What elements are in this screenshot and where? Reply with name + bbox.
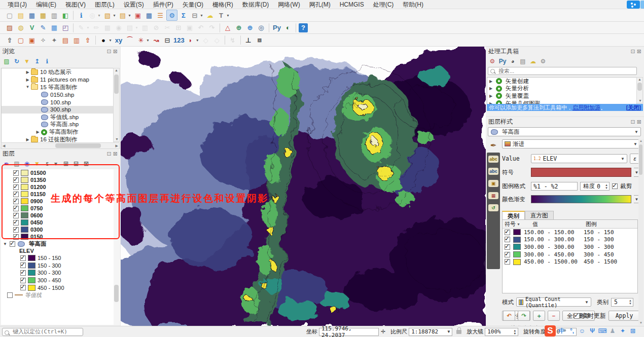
identify-features-button[interactable]: ℹ	[76, 10, 86, 20]
layer-visibility-checkbox[interactable]	[13, 184, 19, 190]
dropdown-arrow[interactable]: ▾	[134, 23, 139, 33]
layer-visibility-checkbox[interactable]	[13, 206, 19, 211]
deselect-button[interactable]: ▣	[133, 10, 143, 20]
collapse-all-button[interactable]: ⊟	[71, 159, 81, 168]
options-button[interactable]: ⚙	[539, 57, 548, 66]
expand-arrow-icon[interactable]: ▶	[25, 70, 30, 74]
python-console-button[interactable]: Py	[272, 23, 282, 33]
tab-histogram[interactable]: 直方图	[525, 211, 554, 220]
print-layout-button[interactable]: ▥	[49, 10, 59, 20]
style-manager-button[interactable]: ◧	[60, 10, 70, 20]
class-swatch[interactable]	[513, 237, 521, 243]
check-geometries-button[interactable]: △	[223, 23, 233, 33]
tab-symbology[interactable]: ✒	[487, 139, 500, 152]
path-tool-button[interactable]: ↝	[151, 35, 161, 45]
menu-item[interactable]: 栅格(R)	[208, 0, 238, 9]
layer-item[interactable]: 0600	[1, 212, 119, 219]
statistical-summary-button[interactable]: Σ	[178, 10, 189, 20]
trim-checkbox[interactable]	[612, 183, 618, 189]
select-features-button[interactable]: ▧	[102, 10, 113, 20]
north-arrow-button[interactable]: ⇧	[5, 35, 15, 45]
class-visibility-checkbox[interactable]	[20, 278, 26, 283]
dropdown-arrow[interactable]: ▾	[108, 35, 113, 45]
legend-format-input[interactable]: %1 - %2	[531, 182, 578, 191]
undo-button[interactable]: ↶	[196, 23, 206, 33]
layer-item-contour-line[interactable]: 等值线	[1, 291, 119, 299]
filter-legend-button[interactable]: ▼	[32, 159, 42, 168]
save-edits-button[interactable]: ▦	[102, 23, 113, 33]
ime-chinese-icon[interactable]: 中	[558, 327, 566, 335]
legend-class-item[interactable]: 450 - 1500	[1, 284, 119, 291]
expand-arrow-icon[interactable]: ▶	[35, 130, 41, 134]
dropdown-arrow[interactable]: ▾	[146, 35, 150, 45]
add-vector-layer-button[interactable]: V	[27, 23, 37, 33]
tree-item[interactable]: ▶ 10 动态展示	[2, 68, 114, 76]
coordinate-capture-button[interactable]: ⊥	[243, 35, 254, 45]
paste-features-button[interactable]: ▣	[185, 23, 195, 33]
menu-item[interactable]: 网络(W)	[273, 0, 304, 9]
expand-all-button[interactable]: ⊞	[61, 159, 70, 168]
filter-browser-button[interactable]: ▼	[22, 57, 31, 66]
separator[interactable]	[95, 35, 96, 45]
collapse-all-button[interactable]: ↥	[32, 57, 42, 66]
enable-providers-link[interactable]: 启用附加源	[573, 104, 600, 111]
layer-item[interactable]: 01350	[1, 176, 119, 183]
class-visibility-checkbox[interactable]	[20, 263, 26, 268]
redo-button[interactable]: ↷	[207, 23, 217, 33]
layer-item[interactable]: 0150	[1, 233, 119, 240]
legend-class-item[interactable]: 300 - 450	[1, 277, 119, 284]
tree-item[interactable]: 等高面.shp	[2, 121, 114, 129]
menu-item[interactable]: 设置(S)	[119, 0, 149, 9]
view-3d-tab[interactable]: ▣	[488, 180, 498, 187]
help-contents-button[interactable]: ?	[299, 23, 308, 32]
class-checkbox[interactable]	[505, 244, 510, 250]
snapping-tool-button[interactable]: ✳	[136, 35, 146, 45]
layer-visibility-checkbox[interactable]	[10, 241, 15, 247]
class-swatch[interactable]	[513, 259, 521, 265]
class-visibility-checkbox[interactable]	[20, 270, 26, 276]
scale-selector[interactable]: 1:188782▼	[409, 328, 452, 336]
class-swatch[interactable]	[513, 251, 521, 257]
algorithm-category[interactable]: ▶ 矢量分析	[487, 85, 636, 93]
layer-visibility-checkbox[interactable]	[13, 199, 19, 204]
locator-input[interactable]	[12, 328, 83, 335]
processing-search[interactable]	[488, 67, 637, 75]
ime-account-icon[interactable]: ♟	[609, 327, 617, 335]
menu-item[interactable]: 编辑(E)	[31, 0, 61, 9]
swipe-tool-button[interactable]: ◗	[186, 35, 196, 45]
expand-arrow-icon[interactable]: ▶	[489, 94, 494, 98]
tree-item[interactable]: 等值线.shp	[2, 114, 114, 121]
layer-visibility-checkbox[interactable]	[13, 213, 19, 218]
class-swatch[interactable]	[513, 229, 521, 235]
class-row[interactable]: 300.00 - 450.00 300 - 450	[503, 251, 637, 258]
expand-arrow-icon[interactable]: ▶	[489, 86, 494, 91]
collapse-arrow-icon[interactable]: ▼	[3, 242, 8, 246]
separator[interactable]	[240, 35, 241, 45]
expand-arrow-icon[interactable]: ▼	[25, 85, 30, 89]
picture-annotation-button[interactable]: ▥	[71, 35, 82, 45]
separator[interactable]	[220, 23, 220, 32]
image-annotation-button[interactable]: ▤	[60, 35, 70, 45]
float-panel-icon[interactable]: ⊡	[631, 119, 635, 125]
browser-hscrollbar[interactable]: ◀▶	[1, 142, 120, 149]
dropdown-arrow[interactable]: ▾	[97, 10, 101, 20]
shape-digitizing-button[interactable]: ●	[98, 35, 109, 45]
base-symbol-color[interactable]	[531, 168, 631, 177]
layer-visibility-checkbox[interactable]	[7, 292, 13, 298]
menu-item[interactable]: 处理(C)	[369, 0, 399, 9]
live-update-checkbox[interactable]	[574, 313, 580, 319]
menu-item[interactable]: 图层(L)	[90, 0, 119, 9]
delete-selected-button[interactable]: ⊘	[151, 23, 161, 33]
close-panel-icon[interactable]: ⊠	[113, 48, 118, 55]
add-group-button[interactable]: ▨	[12, 159, 21, 168]
new-project-button[interactable]: ▢	[5, 10, 15, 20]
layer-visibility-checkbox[interactable]	[13, 220, 19, 226]
quickmapservices-button[interactable]: ⊕	[234, 23, 244, 33]
open-project-button[interactable]: ▤	[16, 10, 26, 20]
layer-visibility-checkbox[interactable]	[13, 234, 19, 240]
copy-canvas-button[interactable]: ⧈	[255, 35, 265, 45]
banner-close-link[interactable]: [关闭]	[626, 104, 641, 111]
zoom-to-selection-button[interactable]: ◎	[87, 10, 97, 20]
col-legend[interactable]: 图例	[586, 220, 597, 228]
tree-item[interactable]: 0150.shp	[2, 91, 114, 98]
